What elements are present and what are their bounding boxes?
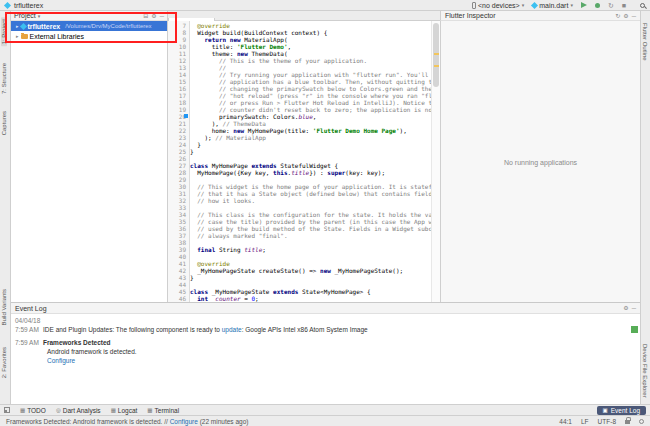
line-number[interactable]: 13 xyxy=(168,64,186,71)
code-line[interactable]: // always marked "final". xyxy=(190,232,431,239)
project-view-selector[interactable]: Project xyxy=(14,12,36,19)
color-preview-swatch[interactable] xyxy=(184,114,188,118)
stripe-captures-button[interactable]: Captures xyxy=(1,111,7,135)
stop-button[interactable]: ■ xyxy=(622,2,626,9)
code-line[interactable] xyxy=(190,155,431,162)
code-line[interactable]: // used by the build method of the State… xyxy=(190,225,431,232)
code-line[interactable] xyxy=(190,239,431,246)
line-number[interactable]: 42 xyxy=(168,267,186,274)
line-number[interactable]: 35 xyxy=(168,218,186,225)
line-number[interactable]: 16 xyxy=(168,85,186,92)
line-number[interactable]: 46 xyxy=(168,295,186,302)
line-number[interactable]: 29 xyxy=(168,176,186,183)
code-line[interactable]: // Try running your application with "fl… xyxy=(190,71,431,78)
code-line[interactable]: Widget build(BuildContext context) { xyxy=(190,29,431,36)
line-number[interactable]: 19 xyxy=(168,106,186,113)
code-line[interactable]: // This widget is the home page of your … xyxy=(190,183,431,190)
line-number[interactable]: 9 xyxy=(168,36,186,43)
scrollbar-thumb[interactable] xyxy=(433,23,439,87)
update-link[interactable]: update xyxy=(222,326,242,333)
device-selector[interactable]: <no devices> ▾ xyxy=(472,2,524,9)
code-line[interactable]: // or press Run > Flutter Hot Reload in … xyxy=(190,99,431,106)
code-line[interactable]: // case the title) provided by the paren… xyxy=(190,218,431,225)
hide-panel-icon[interactable]: ─ xyxy=(160,13,164,19)
run-config-selector[interactable]: main.dart ▾ xyxy=(532,2,573,9)
debug-button[interactable] xyxy=(595,3,600,8)
code-line[interactable]: _MyHomePageState createState() => new _M… xyxy=(190,267,431,274)
code-line[interactable]: theme: new ThemeData( xyxy=(190,50,431,57)
line-number[interactable]: 8 xyxy=(168,29,186,36)
code-line[interactable]: int _counter = 0; xyxy=(190,295,431,302)
code-line[interactable]: // how it looks. xyxy=(190,197,431,204)
dart-analysis-button[interactable]: ◎ Dart Analysis xyxy=(56,407,101,414)
code-line[interactable]: // "hot reload" (press "r" in the consol… xyxy=(190,92,431,99)
line-number[interactable]: 26 xyxy=(168,155,186,162)
line-number[interactable]: 22 xyxy=(168,127,186,134)
code-line[interactable]: // This class is the configuration for t… xyxy=(190,211,431,218)
line-number[interactable]: 15 xyxy=(168,78,186,85)
gear-icon[interactable]: ⚙ xyxy=(623,305,628,311)
terminal-button[interactable]: ▦ Terminal xyxy=(147,407,179,414)
line-number[interactable]: 40 xyxy=(168,253,186,260)
line-number[interactable]: 38 xyxy=(168,239,186,246)
collapse-all-icon[interactable]: ⊟ xyxy=(143,13,148,19)
line-number[interactable]: 11 xyxy=(168,50,186,57)
code-line[interactable] xyxy=(190,253,431,260)
code-line[interactable]: title: 'Flutter Demo', xyxy=(190,43,431,50)
status-configure-link[interactable]: Configure xyxy=(170,418,198,425)
code-line[interactable]: class MyHomePage extends StatefulWidget … xyxy=(190,162,431,169)
tree-row-project-root[interactable]: ▸ trflutterex /Volumes/Drv/MyCode/trflut… xyxy=(11,21,167,31)
code-line[interactable]: // xyxy=(190,64,431,71)
refresh-icon[interactable]: ↻ xyxy=(615,13,620,19)
line-number[interactable]: 10 xyxy=(168,43,186,50)
search-icon[interactable] xyxy=(640,3,645,8)
line-number[interactable]: 39 xyxy=(168,246,186,253)
todo-button[interactable]: ▦ TODO xyxy=(20,407,46,414)
stripe-device-file-explorer-button[interactable]: Device File Explorer xyxy=(642,344,648,398)
line-number[interactable]: 27 xyxy=(168,162,186,169)
configure-link[interactable]: Configure xyxy=(47,357,75,364)
stripe-favorites-button[interactable]: 2: Favorites xyxy=(1,347,7,378)
code-line[interactable]: @override xyxy=(190,260,431,267)
code-line[interactable]: } xyxy=(190,148,431,155)
stripe-flutter-outline-button[interactable]: Flutter Outline xyxy=(642,23,648,61)
code-line[interactable]: // application has a blue toolbar. Then,… xyxy=(190,78,431,85)
line-number[interactable]: 44 xyxy=(168,281,186,288)
code-line[interactable]: // counter didn't reset back to zero; th… xyxy=(190,106,431,113)
event-log-button[interactable]: ▣ Event Log xyxy=(597,406,646,415)
line-number[interactable]: 34 xyxy=(168,211,186,218)
code-line[interactable]: primarySwatch: Colors.blue, xyxy=(190,113,431,120)
line-number[interactable]: 24 xyxy=(168,141,186,148)
line-number[interactable]: 45 xyxy=(168,288,186,295)
line-number[interactable]: 31 xyxy=(168,190,186,197)
line-number[interactable]: 32 xyxy=(168,197,186,204)
code-line[interactable] xyxy=(190,281,431,288)
line-number[interactable]: 30 xyxy=(168,183,186,190)
tool-window-toggle-icon[interactable] xyxy=(4,407,10,413)
line-number[interactable]: 43 xyxy=(168,274,186,281)
logcat-button[interactable]: ▦ Logcat xyxy=(111,407,138,414)
code-line[interactable]: class _MyHomePageState extends State<MyH… xyxy=(190,288,431,295)
code-line[interactable]: @override xyxy=(190,22,431,29)
stripe-build-variants-button[interactable]: Build Variants xyxy=(1,289,7,326)
code-line[interactable] xyxy=(190,204,431,211)
code-line[interactable]: MyHomePage({Key key, this.title}) : supe… xyxy=(190,169,431,176)
editor-scrollbar[interactable] xyxy=(431,21,440,302)
code-line[interactable]: // changing the primarySwatch below to C… xyxy=(190,85,431,92)
code-line[interactable]: final String title; xyxy=(190,246,431,253)
chevron-right-icon[interactable]: ▸ xyxy=(16,33,19,39)
caret-position-widget[interactable]: 44:1 xyxy=(559,418,572,425)
line-separator-widget[interactable]: LF xyxy=(581,418,589,425)
line-number[interactable]: 21 xyxy=(168,120,186,127)
code-line[interactable]: } xyxy=(190,274,431,281)
chevron-right-icon[interactable]: ▸ xyxy=(16,23,19,29)
code-line[interactable]: return new MaterialApp( xyxy=(190,36,431,43)
code-line[interactable]: ); // MaterialApp xyxy=(190,134,431,141)
line-number[interactable]: 14 xyxy=(168,71,186,78)
run-button[interactable] xyxy=(581,2,587,8)
code-line[interactable]: // This is the theme of your application… xyxy=(190,57,431,64)
line-number[interactable]: 36 xyxy=(168,225,186,232)
line-number[interactable]: 37 xyxy=(168,232,186,239)
gear-icon[interactable]: ⚙ xyxy=(623,13,628,19)
line-number[interactable]: 23 xyxy=(168,134,186,141)
